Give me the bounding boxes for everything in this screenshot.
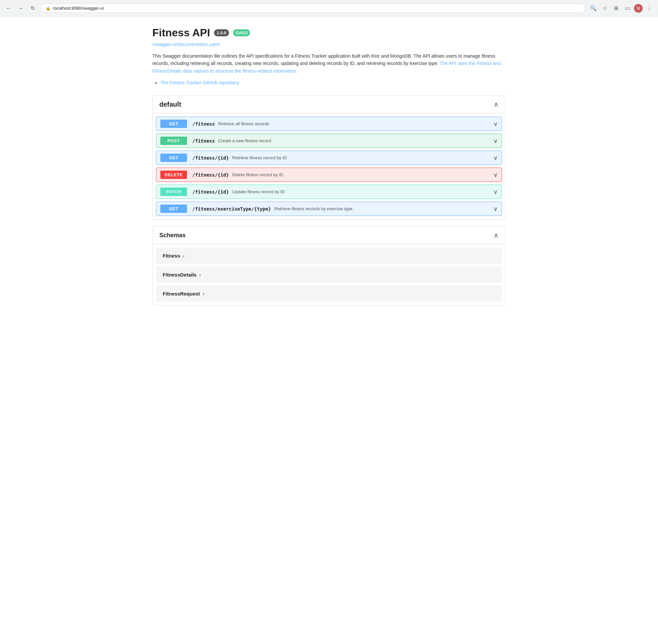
schema-fitness-chevron: ›	[183, 253, 185, 258]
doc-link[interactable]: /swagger-ui/documentation.yaml	[152, 42, 506, 47]
browser-chrome: ← → ↻ 🔒 localhost:8080/swagger-ui 🔍 ☆ ⊞ …	[0, 0, 658, 17]
endpoint-path-delete-fitness-id: /fitness/{id}	[192, 172, 229, 178]
back-button[interactable]: ←	[4, 4, 13, 13]
schemas-section: Schemas ∧ Fitness › FitnessDetails › Fit…	[152, 226, 506, 305]
zoom-button[interactable]: 🔍	[589, 4, 598, 13]
method-badge-get-fitness-id: GET	[160, 154, 187, 162]
schemas-list: Fitness › FitnessDetails › FitnessReques…	[153, 244, 505, 305]
schema-fitness-request[interactable]: FitnessRequest ›	[156, 285, 502, 302]
endpoints-list: GET /fitness Retrieve all fitness record…	[153, 113, 505, 219]
endpoint-path-fitness: /fitness	[192, 121, 215, 127]
default-section-header[interactable]: default ∧	[153, 96, 505, 113]
menu-button[interactable]: ⋮	[645, 4, 654, 13]
endpoint-summary-post-fitness: Create a new fitness record	[218, 138, 491, 143]
endpoint-summary-patch-fitness-id: Update fitness record by ID	[232, 189, 491, 194]
endpoint-get-fitness[interactable]: GET /fitness Retrieve all fitness record…	[156, 117, 502, 131]
url-text: localhost:8080/swagger-ui	[53, 6, 580, 11]
endpoint-summary-exercise-type: Retrieve fitness records by exercise typ…	[274, 206, 491, 211]
schema-fitness-request-chevron: ›	[203, 291, 204, 297]
browser-right-icons: 🔍 ☆ ⊞ ▭ U ⋮	[589, 4, 654, 13]
page-content: Fitness API 1.0.0 OAS3 /swagger-ui/docum…	[146, 17, 512, 332]
endpoint-path-fitness-id: /fitness/{id}	[192, 155, 229, 161]
endpoint-get-exercise-type[interactable]: GET /fitness/exerciseType/{type} Retriev…	[156, 202, 502, 216]
endpoint-path-post-fitness: /fitness	[192, 138, 215, 144]
github-link-item: The Fitness Tracker GitHub repository	[160, 80, 506, 85]
api-links-list: The Fitness Tracker GitHub repository	[160, 80, 506, 85]
default-section-chevron: ∧	[494, 100, 499, 108]
avatar[interactable]: U	[634, 4, 643, 13]
api-title: Fitness API	[152, 27, 210, 39]
method-badge-post-fitness: POST	[160, 137, 187, 145]
endpoint-chevron-3: ∨	[494, 171, 498, 179]
endpoint-summary-fitness-id: Retrieve fitness record by ID	[232, 155, 491, 160]
api-description: This Swagger documentation file outlines…	[152, 52, 506, 75]
endpoint-summary-delete-fitness-id: Delete fitness record by ID	[232, 172, 491, 177]
bookmark-button[interactable]: ☆	[600, 4, 609, 13]
forward-button[interactable]: →	[16, 4, 25, 13]
schema-fitness[interactable]: Fitness ›	[156, 248, 502, 264]
browser-nav-controls: ← → ↻	[4, 4, 37, 13]
split-button[interactable]: ▭	[623, 4, 632, 13]
endpoint-path-exercise-type: /fitness/exerciseType/{type}	[192, 206, 271, 211]
endpoint-chevron-5: ∨	[494, 205, 498, 212]
lock-icon: 🔒	[46, 6, 51, 11]
schemas-chevron: ∧	[494, 231, 499, 239]
address-bar[interactable]: 🔒 localhost:8080/swagger-ui	[41, 4, 585, 13]
github-link[interactable]: The Fitness Tracker GitHub repository	[160, 80, 239, 85]
default-section-title: default	[159, 100, 181, 108]
schemas-section-header[interactable]: Schemas ∧	[153, 227, 505, 244]
method-badge-delete-fitness-id: DELETE	[160, 170, 187, 179]
endpoint-get-fitness-id[interactable]: GET /fitness/{id} Retrieve fitness recor…	[156, 151, 502, 165]
schema-fitness-details-name: FitnessDetails	[163, 272, 197, 278]
schema-fitness-details[interactable]: FitnessDetails ›	[156, 267, 502, 283]
schema-fitness-details-chevron: ›	[199, 272, 201, 278]
reload-button[interactable]: ↻	[28, 4, 37, 13]
schema-fitness-request-name: FitnessRequest	[163, 291, 200, 297]
method-badge-get-exercise-type: GET	[160, 205, 187, 213]
endpoint-chevron-2: ∨	[494, 154, 498, 162]
endpoint-path-patch-fitness-id: /fitness/{id}	[192, 189, 229, 194]
endpoint-patch-fitness-id[interactable]: PATCH /fitness/{id} Update fitness recor…	[156, 185, 502, 199]
endpoint-chevron-1: ∨	[494, 137, 498, 144]
endpoint-chevron-4: ∨	[494, 188, 498, 196]
api-header: Fitness API 1.0.0 OAS3	[152, 27, 506, 39]
extensions-button[interactable]: ⊞	[611, 4, 621, 13]
endpoint-delete-fitness-id[interactable]: DELETE /fitness/{id} Delete fitness reco…	[156, 167, 502, 182]
method-badge-get-fitness: GET	[160, 120, 187, 128]
schemas-title: Schemas	[159, 232, 186, 239]
oas-badge: OAS3	[233, 29, 250, 36]
default-section: default ∧ GET /fitness Retrieve all fitn…	[152, 95, 506, 220]
endpoint-post-fitness[interactable]: POST /fitness Create a new fitness recor…	[156, 134, 502, 148]
endpoint-chevron-0: ∨	[494, 120, 498, 128]
version-badge: 1.0.0	[214, 29, 229, 36]
method-badge-patch-fitness-id: PATCH	[160, 188, 187, 196]
endpoint-summary-fitness: Retrieve all fitness records	[218, 121, 491, 126]
schema-fitness-name: Fitness	[163, 253, 180, 258]
